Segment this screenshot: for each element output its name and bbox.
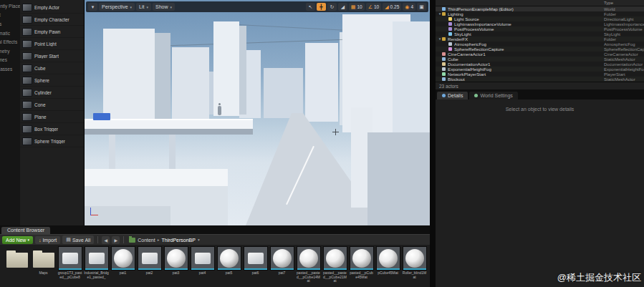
tab-content-browser[interactable]: Content Browser [1, 227, 50, 234]
actor-type-icon [448, 22, 452, 26]
outliner-row[interactable]: ▼ Lighting Folder [436, 11, 644, 16]
asset-tile[interactable]: Industrial_Bridge1_pasted_ [84, 246, 109, 287]
outliner-row[interactable]: AtmosphericFog AtmosphericFog [436, 42, 644, 47]
asset-tile[interactable]: pat3 [163, 246, 188, 287]
breadcrumb-content[interactable]: Content [138, 238, 155, 243]
asset-tile[interactable]: group1T3_pasted__pCube8 [57, 246, 82, 287]
place-category-item[interactable]: Basic [0, 11, 20, 20]
place-actor-item[interactable]: Empty Pawn [20, 26, 84, 38]
asset-tile[interactable]: pasted__pasted__pCube21Mat [322, 246, 347, 287]
place-category-item[interactable]: Volumes [0, 56, 20, 65]
asset-thumbnail [5, 246, 29, 271]
chevron-down-icon: ▾ [27, 238, 29, 242]
place-actor-item[interactable]: Point Light [20, 38, 84, 50]
outliner-row[interactable]: PostProcessVolume PostProcessVolume [436, 26, 644, 31]
scene-bridge-shadow [85, 129, 253, 135]
actor-thumbnail-icon [22, 40, 32, 48]
outliner-row[interactable]: CineCameraActor1 CineCameraActor [436, 52, 644, 57]
scale-snap-control[interactable]: ◢0.25 [383, 3, 401, 11]
place-actor-item[interactable]: Plane [20, 111, 84, 123]
outliner-row[interactable]: Cube StaticMeshActor [436, 57, 644, 62]
tab-world-settings[interactable]: World Settings [469, 92, 517, 99]
place-actor-label: Cylinder [34, 90, 52, 95]
place-category-item[interactable]: Cinematic [0, 29, 20, 38]
place-category-item[interactable]: All Classes [0, 64, 20, 74]
asset-tile[interactable]: pat5 [216, 246, 241, 287]
rotate-tool-button[interactable]: ↻ [327, 3, 337, 11]
forward-button[interactable]: ▶ [112, 236, 120, 244]
place-actor-item[interactable]: Box Trigger [20, 123, 84, 135]
scale-tool-button[interactable]: ◢ [338, 3, 347, 11]
actor-type-icon [442, 67, 446, 71]
place-actor-item[interactable]: Cone [20, 99, 84, 111]
asset-tile[interactable]: pat6 [243, 246, 268, 287]
actor-type-icon [442, 57, 446, 61]
outliner-row[interactable]: ▼ RenderFX Folder [436, 37, 644, 42]
place-category-item[interactable]: Lights [0, 19, 20, 29]
asset-tile[interactable]: pasted__pasted__pCube14Mat [296, 246, 321, 287]
back-button[interactable]: ◀ [102, 236, 110, 244]
place-actor-item[interactable]: Sphere Trigger [20, 135, 84, 147]
asset-name: pat7 [269, 271, 294, 283]
viewport-options-button[interactable]: ▾ [88, 3, 97, 11]
asset-tile[interactable]: pCube45Mat [375, 246, 400, 287]
actor-type-icon [448, 17, 452, 21]
asset-tile[interactable]: pat7 [269, 246, 294, 287]
asset-tile[interactable]: pat1 [110, 246, 135, 287]
maximize-viewport-button[interactable]: ▣ [417, 3, 426, 11]
path-dropdown-icon[interactable]: ▾ [198, 238, 200, 242]
outliner-row[interactable]: DocumentationActor1 DocumentationActor [436, 62, 644, 67]
view-mode-selector[interactable]: Lit▾ [136, 3, 151, 11]
scene-sidewalk [367, 132, 430, 225]
asset-thumbnail [111, 246, 135, 271]
place-category-item[interactable]: Geometry [0, 47, 20, 56]
asset-tile[interactable] [4, 246, 29, 287]
rotation-snap-control[interactable]: ∠10 [366, 3, 382, 11]
asset-name: Maps [31, 271, 56, 283]
outliner-row[interactable]: Light Source DirectionalLight [436, 16, 644, 21]
select-tool-button[interactable]: ↖ [306, 3, 315, 11]
import-button[interactable]: ↓Import [35, 236, 60, 244]
move-tool-button[interactable]: ╋ [317, 3, 326, 11]
asset-tile[interactable]: pasted__pCube45Mat [349, 246, 374, 287]
asset-tile[interactable]: pat2 [137, 246, 162, 287]
place-actor-item[interactable]: Sphere [20, 74, 84, 87]
place-actor-item[interactable]: Player Start [20, 50, 84, 62]
camera-speed-control[interactable]: ◉4 [403, 3, 415, 11]
asset-tile[interactable]: pat4 [190, 246, 215, 287]
actor-label: PostProcessVolume [454, 26, 604, 31]
outliner-row[interactable]: ExponentialHeightFog ExponentialHeightFo… [436, 67, 644, 72]
save-all-button[interactable]: ▤Save All [62, 235, 94, 244]
place-category-item[interactable]: Recently Placed [0, 1, 20, 11]
outliner-row[interactable]: SkyLight SkyLight [436, 31, 644, 37]
asset-tile[interactable]: Roller_blind1Mat [402, 246, 427, 287]
viewport[interactable]: ▾ Perspective▾ Lit▾ Show▾ ↖ ╋ ↻ ◢ ▦10 ∠1… [85, 0, 430, 225]
outliner-row[interactable]: NetworkPlayerStart PlayerStart [436, 72, 644, 77]
outliner-row[interactable]: Blockout StaticMeshActor [436, 77, 644, 82]
panel-divider[interactable] [430, 0, 436, 287]
grid-snap-control[interactable]: ▦10 [349, 3, 365, 11]
right-panel: Type ThirdPersonExampleMap (Editor) Worl… [436, 0, 644, 287]
scene-building-left [103, 29, 155, 120]
breadcrumb-thirdpersonbp[interactable]: ThirdPersonBP [161, 238, 195, 243]
actor-type: World [604, 7, 644, 11]
asset-name: Roller_blind1Mat [402, 271, 427, 283]
perspective-selector[interactable]: Perspective▾ [99, 3, 135, 11]
outliner-row[interactable]: ThirdPersonExampleMap (Editor) World [436, 6, 644, 11]
place-actor-item[interactable]: Cube [20, 62, 84, 74]
outliner-row[interactable]: LightmassImportanceVolume LightmassImpor… [436, 21, 644, 26]
place-category-item[interactable]: Visual Effects [0, 37, 20, 47]
outliner-type-header[interactable]: Type [604, 1, 644, 5]
place-actor-item[interactable]: Empty Character [20, 14, 84, 26]
tab-details[interactable]: Details [437, 92, 468, 99]
add-new-button[interactable]: Add New▾ [2, 236, 33, 244]
place-actors-categories: Recently Placed Basic Lights Cinematic V… [0, 0, 20, 225]
show-flags-selector[interactable]: Show▾ [153, 3, 175, 11]
asset-tile[interactable]: Maps [31, 246, 56, 287]
actor-thumbnail-icon [22, 4, 32, 11]
place-actor-item[interactable]: Empty Actor [20, 1, 84, 14]
outliner-row[interactable]: SphereReflectionCapture SphereReflection… [436, 47, 644, 52]
place-actor-item[interactable]: Cylinder [20, 87, 84, 99]
content-browser-toolbar: Add New▾ ↓Import ▤Save All ◀ ▶ Content ▸… [0, 234, 430, 245]
place-actor-label: Box Trigger [34, 127, 58, 132]
